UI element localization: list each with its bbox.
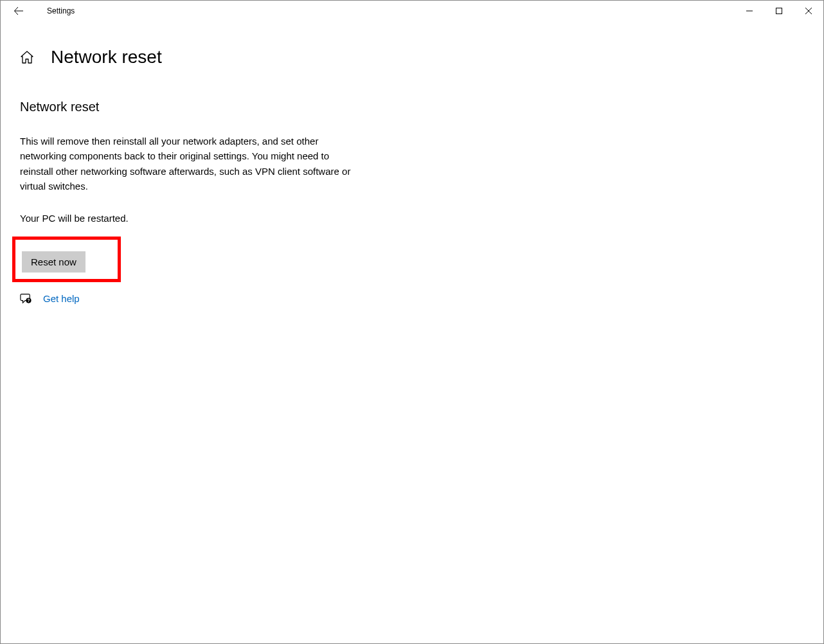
description-text: This will remove then reinstall all your…	[20, 134, 361, 193]
restart-note: Your PC will be restarted.	[20, 213, 804, 224]
home-icon	[20, 50, 34, 64]
highlight-annotation: Reset now	[12, 237, 121, 282]
header-row: Network reset	[20, 47, 804, 67]
minimize-button[interactable]	[735, 1, 764, 21]
close-icon	[805, 8, 812, 14]
section-heading: Network reset	[20, 100, 804, 114]
close-button[interactable]	[794, 1, 823, 21]
maximize-icon	[776, 8, 782, 14]
maximize-button[interactable]	[764, 1, 794, 21]
arrow-left-icon	[13, 6, 24, 16]
home-button[interactable]	[20, 50, 34, 64]
reset-now-button[interactable]: Reset now	[22, 251, 85, 273]
svg-rect-1	[776, 8, 782, 14]
titlebar-left: Settings	[10, 2, 75, 20]
get-help-link[interactable]: Get help	[43, 293, 80, 304]
get-help-icon-wrapper: ?	[20, 292, 31, 304]
back-button[interactable]	[10, 2, 28, 20]
svg-text:?: ?	[28, 298, 30, 303]
help-row: ? Get help	[20, 292, 804, 304]
minimize-icon	[746, 8, 753, 14]
content-area: Network reset Network reset This will re…	[1, 21, 823, 304]
titlebar: Settings	[1, 1, 823, 21]
window-controls	[735, 1, 823, 21]
page-title: Network reset	[51, 47, 162, 67]
window-title: Settings	[47, 6, 75, 15]
help-chat-icon: ?	[20, 292, 31, 304]
